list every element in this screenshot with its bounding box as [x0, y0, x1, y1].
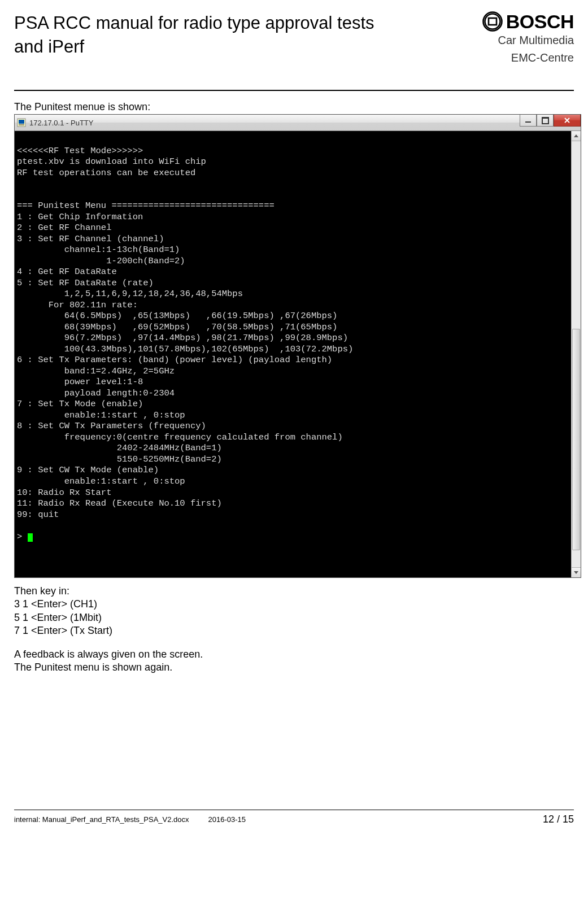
svg-rect-3 — [19, 120, 24, 124]
instr-line: The Punitest menu is shown again. — [14, 661, 574, 674]
chevron-down-icon — [574, 571, 578, 574]
close-icon — [564, 117, 570, 124]
putty-titlebar[interactable]: 172.17.0.1 - PuTTY — [15, 115, 581, 131]
brand-subtitle-2: EMC-Centre — [482, 51, 574, 64]
putty-window: 172.17.0.1 - PuTTY <<<<<<RF Test Mode>>>… — [14, 114, 581, 578]
brand-block: BOSCH Car Multimedia EMC-Centre — [482, 11, 574, 64]
instr-line: A feedback is always given on the screen… — [14, 648, 574, 661]
chevron-up-icon — [574, 134, 578, 137]
terminal-body: <<<<<<RF Test Mode>>>>>> ptest.xbv is do… — [15, 131, 581, 577]
window-controls — [520, 115, 581, 127]
putty-icon — [17, 118, 26, 127]
scroll-up-button[interactable] — [572, 131, 581, 141]
page-header: PSA RCC manual for radio type approval t… — [14, 11, 574, 64]
footer-date: 2016-03-15 — [208, 815, 246, 824]
footer-separator — [14, 810, 574, 810]
document-title: PSA RCC manual for radio type approval t… — [14, 11, 376, 59]
blank-line — [14, 638, 574, 648]
scroll-down-button[interactable] — [572, 567, 581, 577]
maximize-button[interactable] — [537, 115, 554, 127]
scroll-thumb[interactable] — [572, 329, 580, 550]
terminal-cursor — [28, 533, 33, 542]
svg-point-0 — [483, 12, 502, 31]
bosch-logo: BOSCH — [482, 11, 574, 32]
vertical-scrollbar[interactable] — [571, 131, 581, 577]
footer-filename: internal: Manual_iPerf_and_RTA_tests_PSA… — [14, 815, 189, 824]
scroll-track[interactable] — [572, 141, 581, 567]
terminal-output[interactable]: <<<<<<RF Test Mode>>>>>> ptest.xbv is do… — [15, 131, 571, 577]
instr-line: 5 1 <Enter> (1Mbit) — [14, 611, 574, 624]
header-separator — [14, 90, 574, 91]
instr-line: 7 1 <Enter> (Tx Start) — [14, 624, 574, 637]
instr-line: 3 1 <Enter> (CH1) — [14, 598, 574, 611]
instr-line: Then key in: — [14, 585, 574, 598]
page-footer: internal: Manual_iPerf_and_RTA_tests_PSA… — [14, 810, 574, 825]
svg-rect-1 — [489, 18, 496, 25]
close-button[interactable] — [554, 115, 581, 127]
footer-left: internal: Manual_iPerf_and_RTA_tests_PSA… — [14, 815, 246, 824]
brand-subtitle-1: Car Multimedia — [482, 34, 574, 47]
minimize-button[interactable] — [520, 115, 537, 127]
putty-title-text: 172.17.0.1 - PuTTY — [29, 119, 93, 127]
instructions-block: Then key in: 3 1 <Enter> (CH1) 5 1 <Ente… — [14, 585, 574, 674]
bosch-wordmark: BOSCH — [506, 12, 574, 31]
intro-line: The Punitest menue is shown: — [14, 101, 574, 113]
footer-page-number: 12 / 15 — [543, 814, 574, 825]
bosch-anchor-icon — [482, 11, 503, 32]
